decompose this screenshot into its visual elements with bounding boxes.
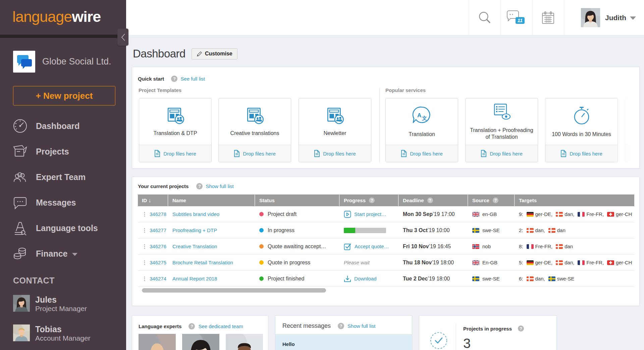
project-name-link[interactable]: Subtitles brand video — [172, 211, 219, 217]
popular-service-card[interactable]: 100 Words in 30 MinutesDrop files here — [545, 98, 618, 162]
help-icon[interactable]: ? — [171, 76, 177, 82]
calendar-button[interactable] — [532, 0, 564, 35]
project-name-link[interactable]: Brochure Retail Translation — [172, 260, 233, 265]
start-action-link[interactable]: Start project… — [344, 211, 386, 218]
column-header-name[interactable]: Name — [168, 194, 255, 206]
project-template-card[interactable]: Translation & DTPDrop files here — [139, 98, 212, 162]
contact-tobias[interactable]: Tobias Account Manager — [13, 324, 98, 343]
see-dedicated-team-link[interactable]: See dedicated team — [198, 323, 243, 329]
column-header-id[interactable]: ID ↓ — [138, 194, 168, 206]
horizontal-scrollbar-thumb[interactable] — [142, 288, 326, 293]
show-full-list-link[interactable]: Show full list — [206, 183, 233, 189]
new-project-button[interactable]: + New project — [13, 86, 115, 105]
messages-button[interactable]: 11 — [500, 0, 532, 35]
target-language: dan, — [527, 276, 545, 281]
column-header-status[interactable]: Status — [255, 194, 340, 206]
help-icon[interactable]: ? — [427, 198, 433, 203]
project-template-card[interactable]: NewletterDrop files here — [299, 98, 371, 162]
show-full-list-link[interactable]: Show full list — [347, 323, 375, 329]
drop-files-zone[interactable]: Drop files here — [545, 145, 618, 162]
target-language: dan — [548, 227, 566, 233]
nav-item-language-tools[interactable]: Language tools — [0, 215, 126, 241]
quick-start-title: Quick start — [138, 76, 164, 82]
project-template-label: Creative translations — [230, 130, 279, 137]
flag-se-icon — [472, 276, 479, 281]
row-menu-icon[interactable]: ⋮ — [142, 212, 147, 217]
languagewire-logo[interactable]: languagewire — [12, 8, 101, 26]
project-template-card[interactable]: Creative translationsDrop files here — [218, 98, 291, 162]
expert-photo[interactable] — [226, 334, 263, 350]
target-language: ger-DE, — [527, 211, 553, 217]
column-header-deadline[interactable]: Deadline? — [399, 194, 468, 206]
recent-messages-title: Recent messages — [282, 322, 331, 330]
message-list-item[interactable]: Hello — [275, 334, 412, 350]
user-menu[interactable]: Judith — [581, 0, 636, 35]
project-id-link[interactable]: 346277 — [150, 227, 166, 233]
nav-item-dashboard[interactable]: Dashboard — [0, 113, 126, 139]
popular-service-card[interactable]: Translation + Proofreading of Translatio… — [465, 98, 538, 162]
help-icon[interactable]: ? — [369, 198, 375, 203]
project-id-link[interactable]: 346276 — [150, 244, 166, 249]
popular-service-card[interactable]: A文TranslationDrop files here — [385, 98, 458, 162]
help-icon[interactable]: ? — [189, 323, 195, 330]
project-name-link[interactable]: Annual Report 2018 — [172, 276, 217, 281]
flag-se-icon — [548, 276, 555, 281]
status-label: Project finished — [268, 276, 304, 282]
drop-files-zone[interactable]: Drop files here — [299, 145, 371, 162]
see-full-list-link[interactable]: See full list — [180, 76, 205, 82]
popular-service-card[interactable]: Drop files here — [625, 98, 640, 162]
table-body: ⋮346278Subtitles brand videoProject draf… — [138, 206, 634, 287]
drop-files-zone[interactable]: Drop files here — [139, 145, 211, 162]
download-action-link[interactable]: Download — [344, 275, 377, 282]
projects-in-progress-count: 3 — [463, 336, 471, 350]
status-dot — [259, 276, 264, 281]
project-name-link[interactable]: Proofreading + DTP — [172, 227, 217, 233]
column-header-progress[interactable]: Progress? — [340, 194, 399, 206]
company-switcher[interactable]: Globe Social Ltd. — [13, 51, 111, 73]
finance-caret-icon — [72, 253, 77, 256]
column-header-source[interactable]: Source? — [468, 194, 515, 206]
accept-icon — [344, 243, 352, 250]
status-label: Quote in progress — [268, 260, 310, 266]
projects-icon — [13, 144, 28, 159]
row-menu-icon[interactable]: ⋮ — [142, 228, 147, 233]
source-language: nob — [468, 244, 515, 249]
nav-item-expert-team[interactable]: Expert Team — [0, 164, 126, 190]
project-name-link[interactable]: Creative Translation — [172, 244, 217, 249]
row-menu-icon[interactable]: ⋮ — [142, 276, 147, 281]
flag-dk-icon — [548, 228, 555, 233]
topbar-divider — [564, 0, 564, 35]
newsletter-icon — [166, 107, 185, 126]
contact-jules[interactable]: Jules Project Manager — [13, 295, 100, 313]
nav-item-projects[interactable]: Projects — [0, 139, 126, 164]
project-id-link[interactable]: 346274 — [150, 276, 166, 281]
project-id-link[interactable]: 346275 — [150, 260, 166, 265]
column-header-targets[interactable]: Targets — [515, 194, 634, 206]
sidebar-collapse-button[interactable] — [117, 29, 128, 46]
status-dot — [259, 228, 264, 232]
help-icon[interactable]: ? — [493, 198, 498, 203]
help-icon[interactable]: ? — [196, 183, 203, 189]
drop-files-zone[interactable]: Drop files here — [219, 145, 291, 162]
flag-ch-icon — [607, 260, 614, 265]
nav-item-finance[interactable]: Finance — [0, 241, 126, 266]
project-id-link[interactable]: 346278 — [150, 211, 166, 217]
help-icon[interactable]: ? — [338, 323, 344, 329]
accept-action-link[interactable]: Accept quote… — [344, 243, 389, 250]
expert-photo[interactable] — [139, 334, 176, 350]
search-button[interactable] — [469, 0, 500, 35]
progress-bar — [344, 228, 386, 233]
help-icon[interactable]: ? — [518, 325, 524, 332]
avatar — [13, 324, 30, 341]
drop-files-zone[interactable]: Drop files here — [466, 145, 538, 162]
drop-files-zone[interactable]: Drop files here — [625, 145, 640, 162]
nav-item-messages[interactable]: Messages — [0, 190, 126, 215]
customise-button[interactable]: Customise — [192, 48, 237, 59]
source-language: En-GB — [468, 260, 515, 265]
drop-files-zone[interactable]: Drop files here — [386, 145, 458, 162]
row-menu-icon[interactable]: ⋮ — [142, 244, 147, 249]
expert-photo[interactable] — [182, 334, 219, 350]
document-icon — [560, 150, 567, 157]
target-language: ger-CH — [607, 260, 632, 265]
row-menu-icon[interactable]: ⋮ — [142, 260, 147, 265]
